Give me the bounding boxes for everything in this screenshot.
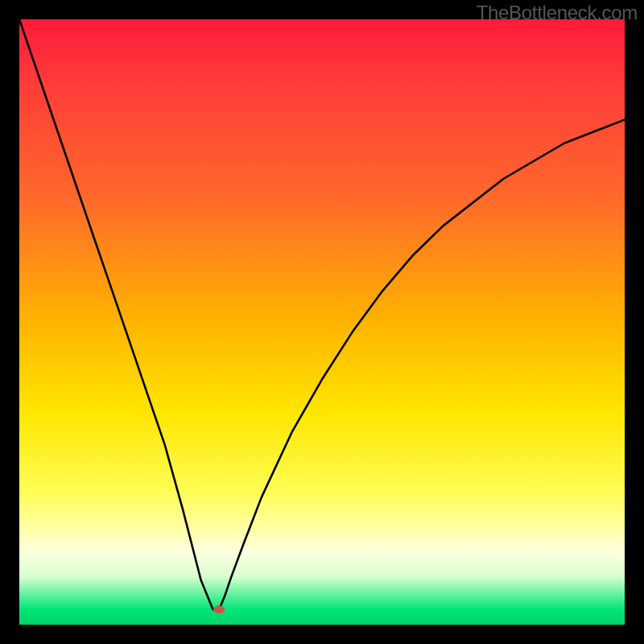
attribution-text: TheBottleneck.com (477, 2, 638, 24)
plot-area (19, 19, 625, 625)
min-marker (213, 605, 225, 613)
chart-frame: TheBottleneck.com (0, 0, 644, 644)
curve-svg (19, 19, 625, 625)
bottleneck-curve (19, 19, 625, 609)
